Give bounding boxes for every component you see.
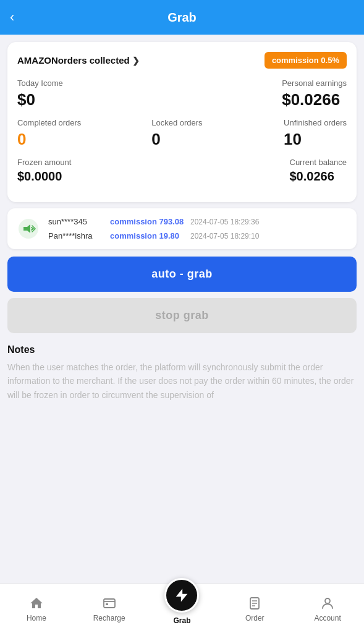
current-balance-block: Current balance $0.0266 [290,158,347,184]
completed-orders-label: Completed orders [17,118,81,127]
frozen-amount-value: $0.0000 [17,169,71,184]
frozen-balance-row: Frozen amount $0.0000 Current balance $0… [17,158,347,184]
page-title: Grab [167,11,197,25]
home-icon [28,595,44,611]
current-balance-value: $0.0266 [290,169,347,184]
orders-row: Completed orders 0 Locked orders 0 Unfin… [17,118,347,149]
card-top-row: AMAZONorders collected ❯ commission 0.5% [17,52,347,69]
unfinished-orders-block: Unfinished orders 10 [284,118,347,149]
ticker-commission-2: commission 19.80 [110,231,184,240]
ticker-card: sun****345 commission 793.08 2024-07-05 … [7,208,357,249]
completed-orders-block: Completed orders 0 [17,118,81,149]
today-income-label: Today Icome [17,79,63,88]
chevron-right-icon: ❯ [132,56,140,66]
nav-order[interactable]: Order [218,590,291,627]
svg-rect-4 [106,603,108,605]
today-income-block: Today Icome $0 [17,79,63,109]
stats-card: AMAZONorders collected ❯ commission 0.5%… [7,42,357,202]
ticker-item-1: sun****345 commission 793.08 2024-07-05 … [48,217,347,226]
button-area: auto - grab stop grab [7,257,357,333]
notes-text: When the user matches the order, the pla… [7,360,357,402]
ticker-items: sun****345 commission 793.08 2024-07-05 … [48,217,347,240]
amazon-orders-link[interactable]: AMAZONorders collected ❯ [17,55,140,66]
speaker-icon [17,218,40,240]
notes-title: Notes [7,344,357,355]
nav-account-label: Account [314,614,341,622]
nav-home[interactable]: Home [0,590,73,627]
unfinished-orders-label: Unfinished orders [284,118,347,127]
account-icon [320,595,336,611]
locked-orders-label: Locked orders [151,118,213,127]
ticker-user-1: sun****345 [48,217,104,226]
bottom-nav: Home Recharge Grab Orde [0,584,364,633]
completed-orders-value: 0 [17,130,81,149]
stop-grab-button[interactable]: stop grab [7,298,357,333]
locked-orders-value: 0 [151,130,213,149]
unfinished-orders-value: 10 [284,130,347,149]
frozen-amount-block: Frozen amount $0.0000 [17,158,71,184]
nav-order-label: Order [245,614,265,622]
nav-grab-label: Grab [173,616,190,625]
recharge-icon [101,595,117,611]
ticker-time-2: 2024-07-05 18:29:10 [190,232,259,240]
nav-recharge[interactable]: Recharge [73,590,146,627]
ticker-user-2: Pan****ishra [48,231,104,240]
personal-earnings-label: Personal earnings [282,79,347,88]
ticker-commission-1: commission 793.08 [110,217,184,226]
current-balance-label: Current balance [290,158,347,167]
today-income-value: $0 [17,90,63,109]
personal-earnings-block: Personal earnings $0.0266 [282,79,347,109]
nav-grab[interactable]: Grab [146,578,219,625]
income-row: Today Icome $0 Personal earnings $0.0266 [17,79,347,109]
nav-home-label: Home [27,614,46,622]
auto-grab-button[interactable]: auto - grab [7,257,357,292]
ticker-item-2: Pan****ishra commission 19.80 2024-07-05… [48,231,347,240]
header: ‹ Grab [0,0,364,35]
svg-point-9 [325,598,330,603]
back-button[interactable]: ‹ [10,9,14,25]
ticker-time-1: 2024-07-05 18:29:36 [190,218,259,226]
personal-earnings-value: $0.0266 [282,90,347,109]
grab-circle [164,578,199,613]
nav-recharge-label: Recharge [93,614,125,622]
amazon-orders-label: AMAZONorders collected [17,55,130,66]
commission-badge: commission 0.5% [265,52,347,69]
svg-rect-2 [104,599,115,608]
notes-section: Notes When the user matches the order, t… [7,344,357,402]
locked-orders-block: Locked orders 0 [151,118,213,149]
order-icon [247,595,263,611]
nav-account[interactable]: Account [291,590,364,627]
frozen-amount-label: Frozen amount [17,158,71,167]
